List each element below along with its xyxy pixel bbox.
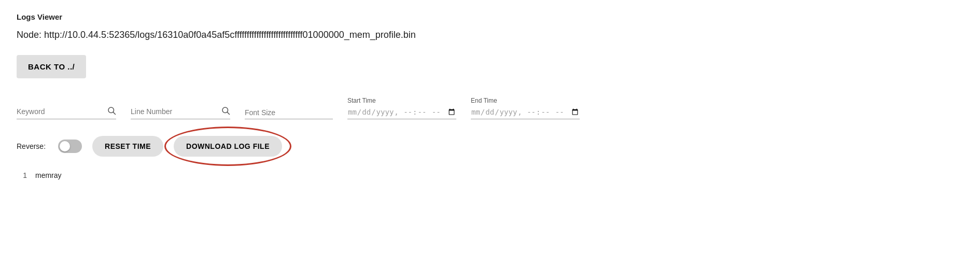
log-line: 1 memray bbox=[17, 171, 963, 179]
reverse-toggle[interactable] bbox=[58, 140, 82, 153]
reverse-label: Reverse: bbox=[17, 142, 46, 150]
filters-row: Start Time End Time bbox=[17, 97, 963, 119]
end-time-label: End Time bbox=[471, 97, 580, 104]
start-time-label: Start Time bbox=[347, 97, 456, 104]
start-time-input[interactable] bbox=[347, 107, 456, 119]
start-time-field-group: Start Time bbox=[347, 97, 456, 119]
keyword-search-icon bbox=[107, 106, 116, 117]
keyword-input-wrapper bbox=[17, 106, 116, 119]
end-time-input[interactable] bbox=[471, 107, 580, 119]
actions-row: Reverse: RESET TIME DOWNLOAD LOG FILE bbox=[17, 136, 963, 157]
svg-line-1 bbox=[113, 112, 115, 114]
node-url: Node: http://10.0.44.5:52365/logs/16310a… bbox=[17, 30, 963, 40]
log-line-number: 1 bbox=[17, 171, 27, 179]
keyword-input[interactable] bbox=[17, 107, 105, 116]
font-size-field-group bbox=[245, 108, 333, 119]
line-number-field-group bbox=[131, 106, 230, 119]
page-title: Logs Viewer bbox=[17, 12, 963, 21]
end-time-field-group: End Time bbox=[471, 97, 580, 119]
font-size-input[interactable] bbox=[245, 108, 333, 119]
svg-line-3 bbox=[227, 112, 229, 114]
reset-time-button[interactable]: RESET TIME bbox=[92, 136, 163, 157]
back-to-button[interactable]: BACK TO ../ bbox=[17, 55, 86, 78]
download-log-file-button[interactable]: DOWNLOAD LOG FILE bbox=[174, 136, 282, 157]
download-btn-wrapper: DOWNLOAD LOG FILE bbox=[174, 136, 282, 157]
log-line-content: memray bbox=[35, 171, 62, 179]
toggle-slider bbox=[58, 140, 82, 153]
line-number-search-icon bbox=[221, 106, 230, 117]
line-number-input[interactable] bbox=[131, 107, 219, 116]
keyword-field-group bbox=[17, 106, 116, 119]
line-number-input-wrapper bbox=[131, 106, 230, 119]
